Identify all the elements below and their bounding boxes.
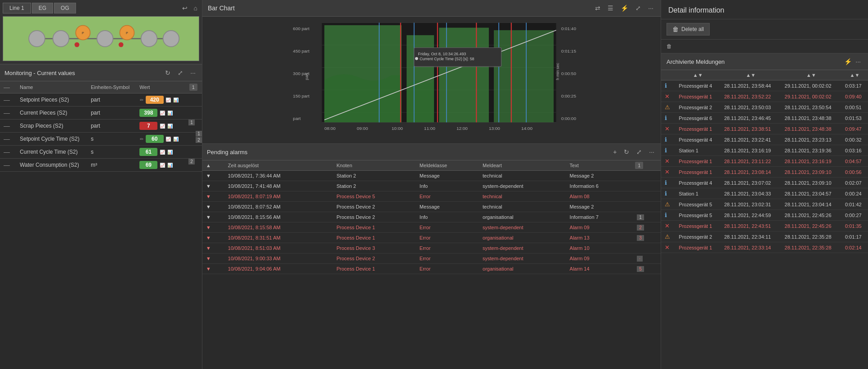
chart-swap-icon[interactable]: ⇄: [593, 4, 602, 13]
alarm-sort[interactable]: ▼: [202, 243, 224, 253]
chart-expand-icon[interactable]: ⤢: [634, 4, 643, 13]
alarm-sort[interactable]: ▼: [202, 202, 224, 212]
archive-end: 29.11.2021, 00:02:02: [781, 80, 841, 91]
archive-duration: 0:03:16: [841, 145, 868, 156]
monitoring-more-icon[interactable]: ···: [188, 68, 197, 77]
archive-end: 28.11.2021, 23:19:36: [781, 145, 841, 156]
row-expand[interactable]: —: [0, 107, 16, 120]
archive-icon-cell: ✕: [661, 242, 675, 253]
error-icon: ✕: [665, 158, 670, 164]
row-expand[interactable]: —: [0, 133, 16, 146]
archive-icon-cell: ⚠: [661, 231, 675, 242]
alarms-col-sort[interactable]: ▲: [202, 160, 224, 171]
bar-icon[interactable]: 📊: [167, 111, 173, 116]
tab-og[interactable]: OG: [54, 3, 76, 13]
col-value: Wert: [136, 81, 185, 93]
alarm-sort[interactable]: ▼: [202, 181, 224, 191]
alarm-sort[interactable]: ▼: [202, 212, 224, 222]
archive-node: Prozessgerät 1: [675, 167, 720, 178]
archive-col-start[interactable]: ▲▼: [720, 70, 781, 80]
svg-text:12:00: 12:00: [456, 126, 468, 131]
bar-icon[interactable]: 📊: [173, 98, 179, 102]
alarms-refresh-icon[interactable]: ↻: [622, 147, 631, 156]
alarm-text: Information 7: [566, 212, 632, 222]
archive-start: 28.11.2021, 22:43:51: [720, 221, 781, 231]
row-expand[interactable]: —: [0, 93, 16, 107]
delete-all-button[interactable]: 🗑 Delete all: [667, 23, 710, 36]
trend-icon[interactable]: 📈: [166, 137, 171, 142]
col-minus: —: [0, 81, 16, 93]
small-trash-icon[interactable]: 🗑: [667, 43, 672, 49]
trend-icon[interactable]: 📈: [160, 163, 165, 168]
alarm-text: Alarm 08: [566, 191, 632, 202]
chart-menu-icon[interactable]: ☰: [606, 4, 615, 13]
trend-icon[interactable]: 📈: [160, 111, 165, 116]
row-name: Current Pieces (S2): [16, 107, 87, 120]
alarms-more-icon[interactable]: ···: [647, 147, 656, 156]
archive-start: 28.11.2021, 23:07:02: [720, 178, 781, 188]
archive-start: 28.11.2021, 23:11:22: [720, 156, 781, 167]
alarm-page: [631, 243, 661, 253]
archive-icon-cell: ✕: [661, 124, 675, 134]
alarms-add-icon[interactable]: +: [611, 147, 618, 156]
bar-icon[interactable]: 📊: [173, 137, 179, 142]
back-icon[interactable]: ↩: [180, 4, 189, 13]
alarm-sort[interactable]: ▼: [202, 264, 224, 274]
archive-row: ℹ Prozessgerät 4 28.11.2021, 23:58:44 29…: [661, 80, 868, 91]
alarm-node: Process Device 1: [333, 264, 416, 274]
tab-line1[interactable]: Line 1: [3, 3, 31, 13]
chart-filter-icon[interactable]: ⚡: [619, 4, 630, 13]
archive-row: ⚠ Prozessgerät 5 28.11.2021, 23:02:31 28…: [661, 199, 868, 210]
svg-text:part: part: [293, 116, 300, 121]
alarm-sort[interactable]: ▼: [202, 253, 224, 264]
alarms-col-page: 1: [631, 160, 661, 171]
bar-icon[interactable]: 📊: [167, 124, 173, 129]
archive-col-end[interactable]: ▲▼: [781, 70, 841, 80]
home-icon[interactable]: ⌂: [192, 4, 199, 13]
alarm-time: 10/08/2021, 8:31:51 AM: [224, 233, 333, 243]
alarm-text: Alarm 09: [566, 222, 632, 233]
archive-more-icon[interactable]: ···: [854, 57, 863, 66]
row-unit: s: [87, 133, 136, 146]
svg-text:11:00: 11:00: [424, 126, 435, 131]
archive-title: Archivierte Meldungen: [667, 58, 842, 65]
archive-end: 28.11.2021, 23:04:14: [781, 199, 841, 210]
info-icon: ℹ: [665, 190, 667, 197]
archive-icon-cell: ✕: [661, 167, 675, 178]
archive-row: ✕ Prozessgerät 1 28.11.2021, 23:08:14 28…: [661, 167, 868, 178]
alarm-page: 1: [631, 212, 661, 222]
archive-col-node[interactable]: ▲▼: [675, 70, 720, 80]
tab-eg[interactable]: EG: [32, 3, 53, 13]
edit-icon[interactable]: ✏: [140, 98, 143, 102]
bar-icon[interactable]: 📊: [167, 163, 173, 168]
value-badge: 61: [139, 148, 157, 156]
row-expand[interactable]: —: [0, 159, 16, 172]
chart-more-icon[interactable]: ···: [646, 4, 655, 13]
archive-filter-icon[interactable]: ⚡: [842, 57, 854, 66]
archive-start: 28.11.2021, 23:08:14: [720, 167, 781, 178]
alarm-sort[interactable]: ▼: [202, 171, 224, 181]
trend-icon[interactable]: 📈: [166, 98, 171, 102]
alarm-sort[interactable]: ▼: [202, 191, 224, 202]
archive-icon-cell: ℹ: [661, 80, 675, 91]
monitoring-refresh-icon[interactable]: ↻: [163, 68, 172, 77]
alarms-expand-icon[interactable]: ⤢: [635, 147, 644, 156]
middle-panel: Bar Chart ⇄ ☰ ⚡ ⤢ ··· 600 part 450 part …: [202, 0, 661, 369]
alarm-class: Message: [416, 202, 479, 212]
archive-duration: 0:00:32: [841, 134, 868, 145]
monitoring-row: — Current Pieces (S2) part 398 📈 📊: [0, 107, 202, 120]
monitoring-expand-icon[interactable]: ⤢: [176, 68, 185, 77]
alarm-sort[interactable]: ▼: [202, 233, 224, 243]
edit-icon[interactable]: ✏: [140, 137, 143, 142]
row-expand[interactable]: —: [0, 146, 16, 159]
alarm-sort[interactable]: ▼: [202, 222, 224, 233]
archive-start: 28.11.2021, 23:16:19: [720, 145, 781, 156]
alarm-page: [631, 202, 661, 212]
bar-icon[interactable]: 📊: [167, 150, 173, 155]
trend-icon[interactable]: 📈: [160, 124, 165, 129]
archive-col-dur[interactable]: ▲▼: [841, 70, 868, 80]
row-expand[interactable]: —: [0, 120, 16, 133]
archive-duration: 0:09:47: [841, 124, 868, 134]
archive-node: Prozessgerät 6: [675, 113, 720, 124]
trend-icon[interactable]: 📈: [160, 150, 165, 155]
